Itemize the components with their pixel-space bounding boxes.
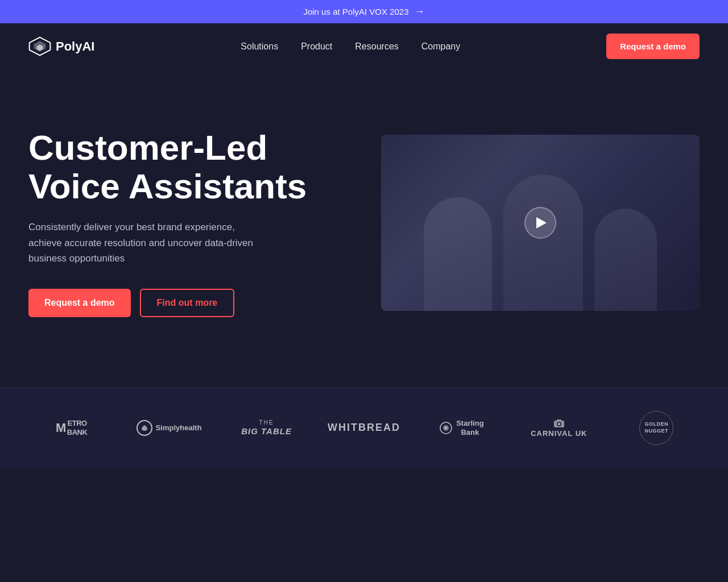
svg-point-2	[445, 427, 447, 429]
nav-item-solutions[interactable]: Solutions	[241, 41, 278, 52]
nav-request-demo-button[interactable]: Request a demo	[606, 34, 700, 59]
starling-text: Starling Bank	[456, 419, 483, 436]
logo-text: PolyAI	[56, 39, 94, 54]
logo-golden-nugget: GOLDENNUGGET	[614, 411, 700, 445]
play-button[interactable]	[524, 207, 556, 239]
hero-title-line2: Voice Assistants	[28, 167, 307, 206]
announcement-text: Join us at PolyAI VOX 2023	[303, 7, 408, 16]
hero-find-out-more-button[interactable]: Find out more	[140, 289, 235, 317]
logo-whitbread: WHITBREAD	[321, 422, 407, 434]
nav-item-resources[interactable]: Resources	[355, 41, 398, 52]
logo-carnival-uk: CARNIVAL UK	[516, 419, 602, 438]
hero-description: Consistently deliver your best brand exp…	[28, 219, 267, 266]
nav-link-solutions[interactable]: Solutions	[241, 41, 278, 51]
carnival-camera-icon	[553, 419, 565, 428]
video-thumbnail	[381, 135, 700, 311]
svg-point-5	[557, 422, 560, 425]
announcement-bar[interactable]: Join us at PolyAI VOX 2023 →	[0, 0, 728, 23]
carnival-text: CARNIVAL UK	[531, 429, 587, 438]
simplyhealth-text: Simplyhealth	[156, 423, 202, 433]
nav-links: Solutions Product Resources Company	[241, 41, 460, 52]
golden-nugget-text: GOLDENNUGGET	[639, 411, 673, 445]
nav-link-company[interactable]: Company	[421, 41, 460, 51]
logo-icon	[28, 36, 51, 56]
nav-item-product[interactable]: Product	[301, 41, 332, 52]
hero-title-line1: Customer-Led	[28, 128, 267, 167]
nav-link-resources[interactable]: Resources	[355, 41, 398, 51]
the-text: The	[241, 419, 292, 426]
nav-item-company[interactable]: Company	[421, 41, 460, 52]
announcement-arrow-icon: →	[415, 6, 425, 18]
hero-title: Customer-Led Voice Assistants	[28, 128, 324, 206]
metro-m-icon: M	[56, 421, 66, 435]
hero-video[interactable]	[381, 135, 700, 311]
logos-section: M ETRO BANK Simplyhealth The Big Table W…	[0, 388, 728, 468]
starling-icon	[439, 421, 453, 435]
logo[interactable]: PolyAI	[28, 36, 94, 56]
figure-left	[424, 197, 492, 311]
logo-big-table: The Big Table	[224, 419, 309, 436]
hero-section: Customer-Led Voice Assistants Consistent…	[0, 69, 728, 388]
hero-request-demo-button[interactable]: Request a demo	[28, 289, 131, 317]
logo-simplyhealth: Simplyhealth	[126, 420, 212, 436]
hero-buttons: Request a demo Find out more	[28, 289, 324, 317]
play-icon	[536, 217, 547, 228]
svg-rect-6	[557, 419, 561, 421]
simplyhealth-circle-icon	[136, 420, 152, 436]
main-nav: PolyAI Solutions Product Resources Compa…	[0, 23, 728, 69]
whitbread-text: WHITBREAD	[328, 422, 400, 434]
nav-link-product[interactable]: Product	[301, 41, 332, 51]
big-table-text: Big Table	[241, 426, 292, 436]
figure-right	[594, 209, 657, 311]
logo-metro-bank: M ETRO BANK	[28, 419, 114, 436]
metro-bank-text: ETRO BANK	[67, 419, 88, 436]
hero-content: Customer-Led Voice Assistants Consistent…	[28, 128, 324, 317]
figure-center	[503, 174, 583, 311]
logo-starling-bank: Starling Bank	[419, 419, 504, 436]
